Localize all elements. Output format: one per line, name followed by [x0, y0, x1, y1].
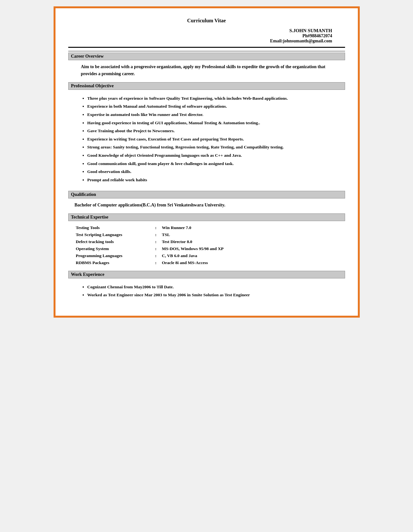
tech-label: Test Scripting Languages	[75, 231, 151, 238]
name-block: S.JOHN SUMANTH Ph#9884672074 Email:johns…	[68, 28, 332, 44]
table-row: Programming Languages : C, VB 6.0 and Ja…	[75, 252, 339, 259]
cv-title: Curriculum Vitae	[68, 18, 345, 24]
professional-objective-list: Three plus years of experience in Softwa…	[87, 93, 345, 187]
work-experience-section: Work Experience Cognizant Chennai from M…	[68, 271, 345, 302]
tech-label: Defect tracking tools	[75, 238, 151, 245]
header: Curriculum Vitae S.JOHN SUMANTH Ph#98846…	[68, 18, 345, 44]
qualification-text: Bachelor of Computer applications(B.C.A)…	[75, 202, 339, 209]
tech-sep: :	[151, 245, 161, 252]
career-overview-section: Career Overview Aim to be associated wit…	[68, 53, 345, 78]
tech-sep: :	[151, 252, 161, 259]
tech-value: Oracle 8i and MS-Access	[161, 259, 339, 266]
tech-sep: :	[151, 231, 161, 238]
list-item: Worked as Test Engineer since Mar 2003 t…	[87, 291, 345, 298]
list-item: Good Knowledge of object Oriented Progra…	[87, 152, 345, 159]
qualification-section: Qualification Bachelor of Computer appli…	[68, 191, 345, 209]
qualification-heading: Qualification	[68, 191, 345, 198]
table-row: RDBMS Packages : Oracle 8i and MS-Access	[75, 259, 339, 266]
technical-expertise-heading: Technical Expertise	[68, 213, 345, 221]
list-item: Good observation skills.	[87, 168, 345, 175]
list-item: Expertise in automated tools like Win ru…	[87, 111, 345, 118]
technical-expertise-section: Technical Expertise Testing Tools : Win …	[68, 213, 345, 266]
professional-objective-heading: Professional Objective	[68, 82, 345, 90]
table-row: Test Scripting Languages : TSL	[75, 231, 339, 238]
table-row: Defect tracking tools : Test Director 8.…	[75, 238, 339, 245]
email-address: johnsumanth@gmail.com	[283, 39, 332, 43]
list-item: Experience in both Manual and Automated …	[87, 103, 345, 110]
list-item: Gave Training about the Project to Newco…	[87, 127, 345, 134]
tech-sep: :	[151, 224, 161, 231]
list-item: Experience in writing Test cases, Execut…	[87, 136, 345, 143]
email-label: Email:	[270, 39, 283, 43]
phone-number: 9884672074	[310, 33, 332, 38]
email: Email:johnsumanth@gmail.com	[68, 39, 332, 44]
tech-label: Programming Languages	[75, 252, 151, 259]
tech-sep: :	[151, 259, 161, 266]
header-divider-thin	[68, 51, 345, 51]
professional-objective-section: Professional Objective Three plus years …	[68, 82, 345, 187]
tech-value: TSL	[161, 231, 339, 238]
table-row: Operating System : MS-DOS, Windows 95/98…	[75, 245, 339, 252]
table-row: Testing Tools : Win Runner 7.0	[75, 224, 339, 231]
phone: Ph#9884672074	[68, 33, 332, 39]
candidate-name: S.JOHN SUMANTH	[68, 28, 332, 33]
list-item: Three plus years of experience in Softwa…	[87, 95, 345, 102]
tech-label: Testing Tools	[75, 224, 151, 231]
work-experience-list: Cognizant Chennai from May2006 to Till D…	[87, 282, 345, 302]
list-item: Cognizant Chennai from May2006 to Till D…	[87, 284, 345, 291]
work-experience-heading: Work Experience	[68, 271, 345, 278]
list-item: Strong areas: Sanity testing, Functional…	[87, 144, 345, 151]
header-divider	[68, 47, 345, 48]
career-overview-text: Aim to be associated with a progressive …	[81, 63, 332, 78]
tech-value: MS-DOS, Windows 95/98 and XP	[161, 245, 339, 252]
tech-value: C, VB 6.0 and Java	[161, 252, 339, 259]
list-item: Good communication skill, good team play…	[87, 160, 345, 167]
tech-sep: :	[151, 238, 161, 245]
tech-table: Testing Tools : Win Runner 7.0 Test Scri…	[75, 224, 339, 266]
resume-page: Curriculum Vitae S.JOHN SUMANTH Ph#98846…	[54, 6, 360, 318]
tech-label: RDBMS Packages	[75, 259, 151, 266]
list-item: Prompt and reliable work habits	[87, 176, 345, 183]
career-overview-heading: Career Overview	[68, 53, 345, 60]
tech-value: Win Runner 7.0	[161, 224, 339, 231]
tech-label: Operating System	[75, 245, 151, 252]
tech-value: Test Director 8.0	[161, 238, 339, 245]
list-item: Having good experience in testing of GUI…	[87, 119, 345, 126]
phone-label: Ph#	[302, 33, 310, 38]
